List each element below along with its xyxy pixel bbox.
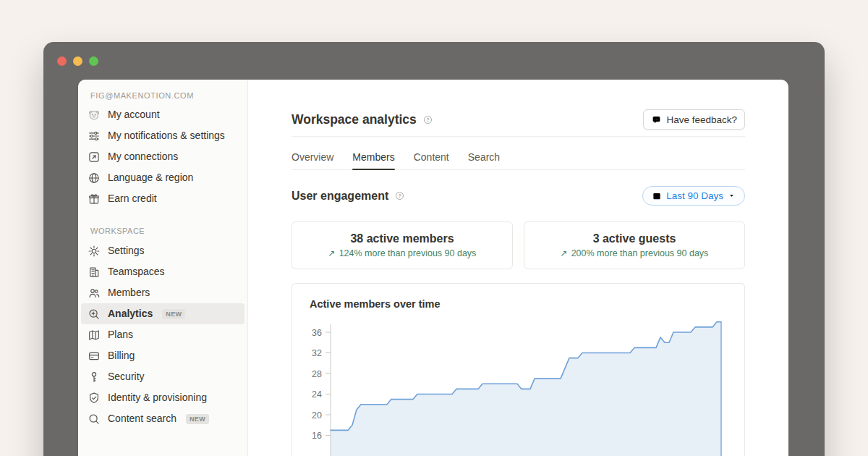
sidebar-item-label: Settings [108, 243, 145, 258]
feedback-bubble-icon [651, 114, 662, 125]
sidebar-item-members[interactable]: Members [81, 282, 244, 303]
svg-text:32: 32 [312, 348, 322, 358]
tab-content[interactable]: Content [414, 151, 449, 169]
svg-text:20: 20 [312, 410, 322, 421]
workspace-section-label: WORKSPACE [78, 209, 247, 240]
section-title: User engagement [292, 190, 388, 203]
svg-text:36: 36 [312, 328, 322, 338]
sidebar-item-label: Security [108, 369, 145, 384]
stat-card-subtitle: 124% more than previous 90 days [339, 248, 477, 258]
svg-text:28: 28 [312, 369, 322, 379]
traffic-light-zoom-button[interactable] [89, 56, 98, 66]
sidebar-item-label: Language & region [108, 170, 193, 185]
sidebar-item-label: My connections [108, 149, 178, 164]
sidebar-item-earn-credit[interactable]: Earn credit [81, 188, 244, 209]
main-content: Workspace analytics Have feedback? Overv… [248, 80, 788, 456]
sidebar-item-language-region[interactable]: Language & region [81, 167, 244, 188]
sidebar-item-security[interactable]: Security [81, 366, 244, 387]
sidebar-item-label: My notifications & settings [108, 128, 225, 143]
chevron-down-icon [728, 192, 736, 200]
stat-cards-row: 38 active members ↗ 124% more than previ… [292, 221, 745, 269]
workspace-nav: Settings Teamspaces Members Analytics NE… [78, 240, 247, 429]
date-range-label: Last 90 Days [666, 190, 723, 201]
stat-card-38-active-members: 38 active members ↗ 124% more than previ… [292, 221, 513, 269]
date-range-filter[interactable]: Last 90 Days [642, 186, 745, 206]
map-icon [88, 329, 101, 342]
traffic-light-minimize-button[interactable] [73, 56, 82, 66]
traffic-light-close-button[interactable] [57, 56, 67, 66]
sidebar-item-settings[interactable]: Settings [81, 240, 244, 261]
user-engagement-header: User engagement Last 90 Days [292, 186, 745, 206]
key-icon [88, 371, 101, 384]
gear-icon [88, 245, 101, 258]
sidebar-item-label: Analytics [108, 306, 153, 321]
stat-card-title: 38 active members [350, 232, 454, 245]
active-members-chart-card: Active members over time 162024283236 [292, 283, 745, 456]
account-nav: My account My notifications & settings M… [78, 104, 247, 209]
trend-up-icon: ↗ [328, 249, 336, 258]
sidebar-item-billing[interactable]: Billing [81, 345, 244, 366]
sidebar-item-label: Teamspaces [108, 264, 165, 279]
have-feedback-label: Have feedback? [666, 114, 737, 125]
sidebar-item-label: My account [108, 107, 160, 122]
sidebar-item-label: Identity & provisioning [108, 390, 207, 405]
svg-text:16: 16 [312, 431, 322, 441]
people-icon [88, 287, 101, 300]
tab-search[interactable]: Search [468, 151, 500, 169]
arrow-box-icon [88, 151, 101, 164]
globe-icon [88, 172, 101, 185]
help-icon[interactable] [422, 114, 433, 125]
app-window: FIG@MAKENOTION.COM My account My notific… [43, 42, 825, 456]
sliders-icon [88, 130, 101, 143]
chart-title: Active members over time [310, 298, 744, 310]
new-badge: NEW [162, 309, 185, 319]
search-icon [88, 413, 101, 426]
tab-overview[interactable]: Overview [292, 151, 333, 169]
sidebar-item-label: Billing [108, 348, 135, 363]
sidebar-item-teamspaces[interactable]: Teamspaces [81, 261, 244, 282]
tab-members[interactable]: Members [352, 151, 394, 169]
shield-check-icon [88, 392, 101, 405]
calendar-icon [652, 191, 662, 201]
gift-icon [88, 193, 101, 206]
svg-text:24: 24 [312, 389, 322, 400]
avatar-icon [88, 109, 101, 122]
stat-card-subtitle: 200% more than previous 90 days [571, 248, 709, 258]
zoom-plus-icon [88, 308, 101, 321]
have-feedback-button[interactable]: Have feedback? [643, 109, 745, 130]
new-badge: NEW [186, 414, 209, 424]
sidebar-item-label: Content search [108, 411, 176, 426]
building-icon [88, 266, 101, 279]
sidebar-item-identity-provisioning[interactable]: Identity & provisioning [81, 387, 244, 408]
active-members-area-chart: 162024283236 [310, 318, 736, 456]
stat-card-3-active-guests: 3 active guests ↗ 200% more than previou… [524, 221, 745, 269]
credit-card-icon [88, 350, 101, 363]
sidebar-item-my-notifications-settings[interactable]: My notifications & settings [81, 125, 244, 146]
window-titlebar [43, 42, 825, 80]
page-header: Workspace analytics Have feedback? [292, 109, 745, 130]
stat-card-title: 3 active guests [593, 232, 676, 245]
sidebar-item-label: Members [108, 285, 150, 300]
sidebar-item-plans[interactable]: Plans [81, 324, 244, 345]
header-divider [292, 136, 745, 137]
sidebar-item-analytics[interactable]: Analytics NEW [81, 303, 244, 324]
trend-up-icon: ↗ [561, 249, 568, 258]
settings-panel: FIG@MAKENOTION.COM My account My notific… [78, 80, 788, 456]
page-title: Workspace analytics [292, 112, 417, 127]
analytics-tabs: OverviewMembersContentSearch [292, 151, 745, 170]
account-email: FIG@MAKENOTION.COM [78, 90, 247, 104]
sidebar-item-my-account[interactable]: My account [81, 104, 244, 125]
sidebar-item-label: Plans [108, 327, 133, 342]
sidebar-item-my-connections[interactable]: My connections [81, 146, 244, 167]
help-icon[interactable] [394, 190, 405, 201]
sidebar-item-label: Earn credit [108, 191, 157, 206]
sidebar: FIG@MAKENOTION.COM My account My notific… [78, 80, 248, 456]
sidebar-item-content-search[interactable]: Content search NEW [81, 408, 244, 429]
